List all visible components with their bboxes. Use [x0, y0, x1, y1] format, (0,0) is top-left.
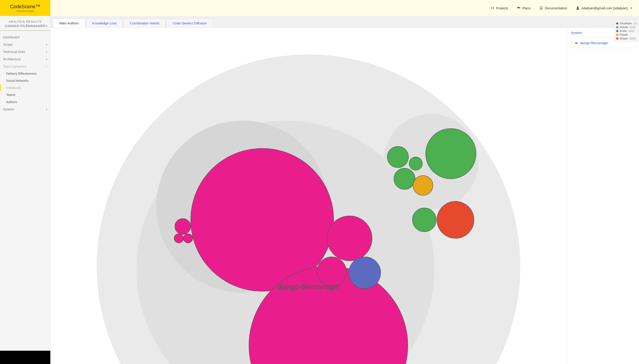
bubble-chart[interactable]: django-filemanager: [50, 28, 567, 364]
sidebar-divider: [0, 30, 50, 31]
sidebar-item-individuals[interactable]: Individuals: [0, 84, 50, 91]
brand-title: CodeScene™: [10, 4, 40, 10]
legend-dot: [616, 22, 618, 24]
sidebar-item-dashboard[interactable]: Dashboard: [0, 34, 50, 41]
header: CodeScene™ Powered by Empear Projects Pl…: [0, 0, 639, 16]
viz-bubble[interactable]: [413, 176, 433, 196]
tab-knowledge-loss[interactable]: Knowledge Loss: [86, 18, 123, 28]
sidebar-item-teams[interactable]: Teams: [0, 91, 50, 98]
code-icon: [491, 6, 494, 10]
sidebar-heading-2: DJANGO-FILEMANAGER: [2, 24, 48, 28]
content-area: Main Authors Knowledge Loss Coordination…: [50, 16, 639, 351]
legend-item: Shaun: [616, 36, 637, 40]
viz-bubble[interactable]: [426, 128, 476, 179]
legend-item: Rohith: [616, 25, 637, 29]
sidebar-item-scope[interactable]: Scope: [0, 41, 50, 48]
viz-bubble[interactable]: [394, 168, 415, 189]
obscured-text: [629, 26, 636, 28]
viz-bubble[interactable]: [409, 157, 422, 170]
tab-coordination[interactable]: Coordination Needs: [124, 18, 166, 28]
obscured-text: [633, 22, 637, 24]
chevron-down-icon: ▼: [630, 7, 632, 9]
nav-user-menu[interactable]: sdaityari@gmail.com [sdaityari] ▼: [576, 6, 632, 10]
legend: Shubham Rohith Erwin Paweł Shaun: [614, 20, 639, 42]
viz-bubble[interactable]: [175, 218, 191, 234]
book-icon: [539, 6, 543, 10]
legend-dot: [616, 30, 618, 32]
viz-bubble[interactable]: [174, 234, 183, 243]
sidebar-item-delivery[interactable]: Delivery Effectiveness: [0, 70, 50, 77]
tabs: Main Authors Knowledge Loss Coordination…: [50, 16, 639, 28]
viz-bubble[interactable]: [349, 257, 381, 289]
gear-icon[interactable]: ⚙: [45, 24, 48, 28]
tab-main-authors[interactable]: Main Authors: [53, 18, 85, 28]
chevron-left-icon: [46, 58, 47, 60]
nav-projects[interactable]: Projects: [491, 6, 508, 10]
obscured-text: [629, 38, 636, 40]
chevron-left-icon: [46, 108, 47, 110]
legend-item: Erwin: [616, 29, 637, 33]
sidebar: ANALYSIS RESULTS DJANGO-FILEMANAGER ⚙ Da…: [0, 16, 50, 351]
chevron-down-icon: [45, 65, 47, 68]
nav-documentation[interactable]: Documentation: [539, 6, 567, 10]
viz-bubble[interactable]: [183, 234, 193, 243]
viz-bubble[interactable]: [413, 208, 436, 232]
folder-name: django-filemanager: [580, 41, 608, 45]
legend-dot: [616, 38, 618, 40]
viz-bubble[interactable]: [387, 146, 409, 168]
right-panel: System django-filemanager: [567, 28, 639, 364]
sidebar-item-social[interactable]: Social Networks: [0, 77, 50, 84]
sidebar-item-technical-debt[interactable]: Technical Debt: [0, 48, 50, 56]
sidebar-list: Dashboard Scope Technical Debt Architect…: [0, 32, 50, 113]
sidebar-item-authors[interactable]: Authors: [0, 98, 50, 106]
sidebar-header: ANALYSIS RESULTS DJANGO-FILEMANAGER ⚙: [0, 16, 50, 28]
viz-root-label: django-filemanager: [277, 283, 340, 291]
sidebar-item-system[interactable]: System: [0, 106, 50, 113]
sidebar-heading-1: ANALYSIS RESULTS: [2, 20, 48, 23]
nav-plans[interactable]: Plans: [517, 6, 531, 10]
viz-bubble[interactable]: [317, 257, 346, 286]
legend-dot: [616, 26, 618, 28]
main: ANALYSIS RESULTS DJANGO-FILEMANAGER ⚙ Da…: [0, 16, 639, 351]
tab-diffusion[interactable]: Code Owners Diffusion: [166, 18, 213, 28]
legend-dot: [616, 34, 618, 36]
viz-bubble[interactable]: [437, 201, 474, 238]
legend-item: Paweł: [616, 33, 637, 36]
key-icon: [517, 6, 520, 10]
user-icon: [576, 6, 579, 10]
folder-icon: [575, 42, 578, 44]
brand[interactable]: CodeScene™ Powered by Empear: [0, 0, 50, 16]
chevron-left-icon: [46, 50, 47, 53]
viz-bubble[interactable]: [327, 216, 372, 261]
viz-area[interactable]: django-filemanager: [50, 28, 567, 364]
obscured-text: [628, 30, 634, 32]
sidebar-item-team-dynamics[interactable]: Team Dynamics: [0, 63, 50, 70]
top-nav: Projects Plans Documentation sdaityari@g…: [50, 0, 639, 16]
legend-item: Shubham: [616, 22, 637, 25]
chevron-left-icon: [46, 43, 47, 46]
sidebar-item-architecture[interactable]: Architecture: [0, 56, 50, 63]
content-body: django-filemanager System django-fileman…: [50, 28, 639, 364]
brand-subtitle: Powered by Empear: [16, 10, 34, 12]
